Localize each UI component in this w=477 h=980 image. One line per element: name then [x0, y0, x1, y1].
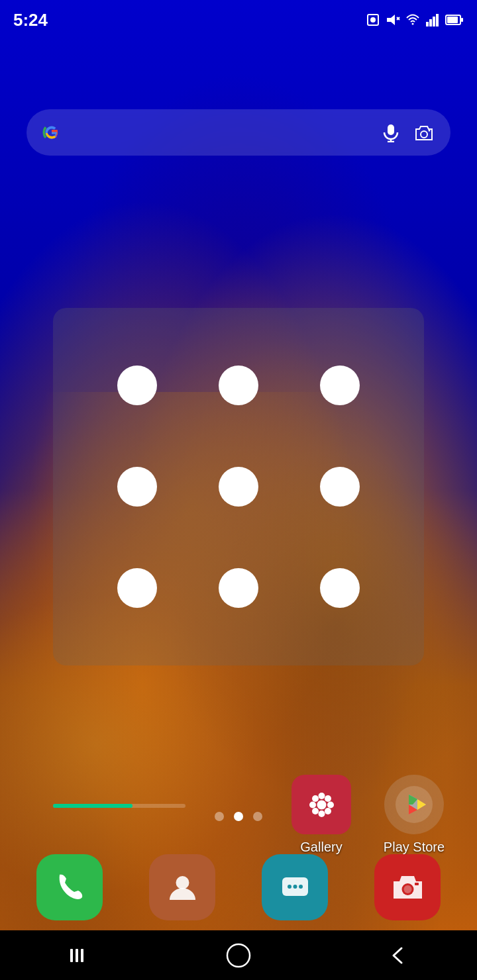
- svg-rect-9: [436, 14, 439, 26]
- svg-point-45: [227, 944, 250, 967]
- pattern-dot-3[interactable]: [290, 334, 391, 436]
- gallery-app[interactable]: Gallery: [278, 775, 364, 855]
- camera-dock-icon[interactable]: [374, 854, 441, 920]
- voice-search-icon[interactable]: [378, 119, 404, 146]
- pattern-lock-overlay[interactable]: [53, 308, 424, 665]
- svg-point-24: [325, 795, 331, 802]
- recent-apps-button[interactable]: [60, 936, 99, 975]
- svg-point-34: [176, 876, 189, 889]
- pattern-dot-7[interactable]: [86, 538, 187, 639]
- svg-point-16: [421, 131, 427, 138]
- svg-point-37: [293, 885, 297, 889]
- svg-rect-6: [426, 22, 429, 26]
- back-button[interactable]: [378, 936, 417, 975]
- svg-point-22: [327, 801, 334, 808]
- svg-point-1: [370, 17, 376, 23]
- pattern-dot-6[interactable]: [290, 436, 391, 537]
- mute-icon: [386, 13, 400, 27]
- wifi-icon: [405, 13, 420, 27]
- gallery-icon[interactable]: [292, 775, 351, 834]
- pattern-grid[interactable]: [86, 334, 391, 639]
- svg-point-17: [429, 130, 431, 132]
- svg-marker-2: [387, 15, 395, 25]
- svg-point-36: [288, 885, 292, 889]
- contacts-icon[interactable]: [149, 854, 215, 920]
- page-dot-1: [215, 812, 224, 821]
- time: 5:24: [13, 10, 48, 30]
- battery-icon: [445, 13, 464, 27]
- messages-dock-item[interactable]: [252, 854, 338, 920]
- pattern-dot-1[interactable]: [86, 334, 187, 436]
- status-bar: 5:24: [0, 0, 477, 40]
- page-dot-2: [234, 812, 243, 821]
- svg-rect-43: [76, 949, 78, 962]
- search-input[interactable]: [74, 109, 371, 156]
- home-button[interactable]: [219, 936, 258, 975]
- svg-point-5: [412, 23, 414, 25]
- svg-rect-7: [429, 19, 432, 26]
- play-store-app[interactable]: Play Store: [371, 775, 457, 855]
- svg-rect-12: [461, 18, 463, 22]
- pattern-dot-9[interactable]: [290, 538, 391, 639]
- svg-rect-11: [447, 17, 458, 23]
- pattern-dot-4[interactable]: [86, 436, 187, 537]
- svg-point-26: [325, 808, 331, 814]
- screenshot-icon: [366, 13, 380, 27]
- page-indicators: [215, 812, 262, 821]
- svg-point-40: [403, 885, 411, 893]
- svg-rect-41: [415, 883, 419, 885]
- svg-rect-42: [70, 949, 73, 962]
- bottom-dock: [0, 844, 477, 930]
- camera-dock-item[interactable]: [364, 854, 450, 920]
- contacts-dock-item[interactable]: [139, 854, 225, 920]
- page-dot-3: [253, 812, 262, 821]
- phone-dock-item[interactable]: [26, 854, 113, 920]
- svg-point-25: [312, 808, 319, 814]
- svg-point-23: [312, 795, 319, 802]
- svg-rect-8: [433, 17, 435, 26]
- svg-point-20: [318, 810, 325, 817]
- search-bar[interactable]: [26, 109, 450, 156]
- svg-point-21: [309, 801, 316, 808]
- pattern-dot-5[interactable]: [187, 436, 289, 537]
- svg-point-27: [317, 800, 326, 809]
- svg-point-38: [299, 885, 303, 889]
- svg-rect-44: [81, 949, 83, 962]
- phone-icon[interactable]: [36, 854, 103, 920]
- svg-rect-13: [388, 124, 394, 135]
- signal-icon: [425, 13, 440, 27]
- play-store-icon[interactable]: [384, 775, 444, 834]
- pattern-dot-8[interactable]: [187, 538, 289, 639]
- camera-search-icon[interactable]: [411, 119, 437, 146]
- svg-point-19: [318, 793, 325, 799]
- nav-bar: [0, 930, 477, 980]
- status-icons: [366, 13, 464, 27]
- messages-icon[interactable]: [262, 854, 328, 920]
- pattern-dot-2[interactable]: [187, 334, 289, 436]
- google-logo: [40, 121, 64, 144]
